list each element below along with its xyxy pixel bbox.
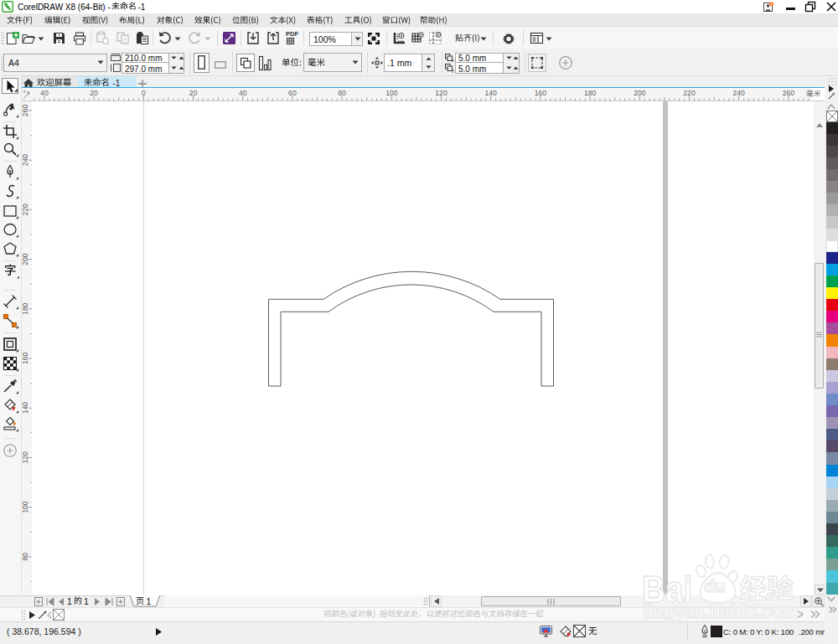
svg-text:y: y bbox=[452, 68, 454, 73]
svg-text:200: 200 bbox=[634, 89, 646, 97]
svg-text:20: 20 bbox=[90, 89, 98, 97]
svg-text:x: x bbox=[452, 58, 454, 63]
svg-text:200: 200 bbox=[21, 253, 29, 265]
svg-text:220: 220 bbox=[21, 204, 29, 216]
svg-text:240: 240 bbox=[21, 154, 29, 167]
svg-text:260: 260 bbox=[21, 105, 29, 117]
svg-text:0: 0 bbox=[142, 89, 146, 97]
svg-text:140: 140 bbox=[21, 402, 29, 415]
svg-text:140: 140 bbox=[484, 89, 497, 97]
svg-text:80: 80 bbox=[338, 89, 346, 97]
svg-text:100: 100 bbox=[385, 89, 398, 97]
svg-text:260: 260 bbox=[782, 89, 794, 97]
svg-text:220: 220 bbox=[683, 89, 696, 97]
svg-text:120: 120 bbox=[21, 451, 29, 464]
svg-text:180: 180 bbox=[21, 302, 29, 315]
svg-text:60: 60 bbox=[288, 89, 297, 97]
svg-text:160: 160 bbox=[21, 353, 29, 365]
svg-text:180: 180 bbox=[584, 89, 597, 97]
svg-text:40: 40 bbox=[239, 89, 247, 97]
svg-text:120: 120 bbox=[435, 89, 447, 97]
svg-text:80: 80 bbox=[21, 553, 29, 561]
svg-text:100: 100 bbox=[21, 501, 29, 513]
svg-text:40: 40 bbox=[40, 89, 49, 97]
svg-text:20: 20 bbox=[189, 89, 197, 97]
svg-text:160: 160 bbox=[534, 89, 546, 97]
svg-text:240: 240 bbox=[732, 89, 745, 97]
